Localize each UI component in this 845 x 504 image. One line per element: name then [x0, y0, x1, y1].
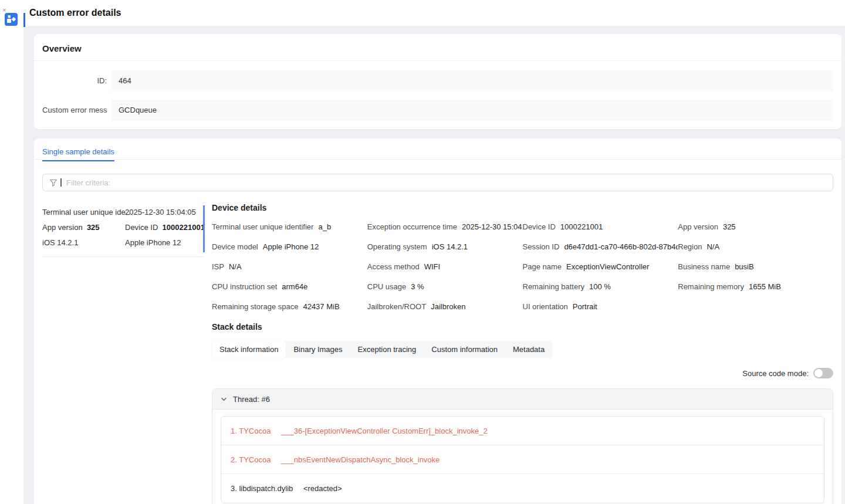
- device-cell: Remaining battery100 %: [523, 282, 678, 302]
- thread-panel: Thread: #6 1. TYCocoa ___36-[ExceptionVi…: [212, 388, 833, 504]
- value: ExceptionViewController: [566, 262, 649, 271]
- filter-input[interactable]: [66, 174, 828, 191]
- sample-item-time: 2025-12-30 15:04:05: [125, 208, 196, 217]
- widget-close-icon[interactable]: ×: [2, 7, 6, 13]
- device-cell: ISPN/A: [212, 262, 367, 282]
- value: arm64e: [282, 282, 307, 291]
- label: Session ID: [523, 242, 560, 251]
- frame-symbol: ___nbsEventNewDispatchAsync_block_invoke: [281, 455, 440, 464]
- value: N/A: [707, 242, 719, 251]
- label: Region: [678, 242, 702, 251]
- device-cell: Business namebusiB: [678, 262, 833, 282]
- device-row: ISPN/A Access methodWIFI Page nameExcept…: [212, 262, 833, 282]
- filter-box: [42, 174, 833, 191]
- label: Exception occurrence time: [367, 222, 457, 231]
- tab-metadata[interactable]: Metadata: [505, 341, 552, 358]
- device-row: Device modelApple iPhone 12 Operating sy…: [212, 242, 833, 262]
- device-cell: Remaining memory1655 MiB: [678, 282, 833, 302]
- overview-card: Overview ID: 464 Custom error mess… GCDq…: [34, 34, 841, 129]
- device-row: Terminal user unique identifiera_b Excep…: [212, 222, 833, 242]
- tab-custom-information[interactable]: Custom information: [424, 341, 505, 358]
- stack-frame: 3. libdispatch.dylib <redacted>: [221, 474, 824, 503]
- sample-item-model: Apple iPhone 12: [125, 238, 181, 247]
- tab-stack-information[interactable]: Stack information: [212, 341, 286, 358]
- value: 1655 MiB: [749, 282, 781, 291]
- tab-single-sample-details[interactable]: Single sample details: [42, 147, 114, 161]
- tab-binary-images[interactable]: Binary Images: [286, 341, 350, 358]
- device-cell: Exception occurrence time2025-12-30 15:0…: [367, 222, 523, 242]
- frame-number: 2.: [231, 455, 237, 464]
- label: Operating system: [367, 242, 427, 251]
- field-label: Custom error mess…: [42, 100, 107, 121]
- device-cell-empty: [678, 302, 833, 322]
- sample-item-device-id: Device ID 1000221001: [125, 223, 205, 232]
- stack-details-title: Stack details: [212, 322, 262, 332]
- sample-item-app-version: App version 325: [42, 223, 100, 232]
- label: App version: [678, 222, 718, 231]
- label: Access method: [367, 262, 420, 271]
- label: UI orientation: [523, 302, 568, 311]
- value: 1000221001: [163, 223, 205, 232]
- label: CPU instruction set: [212, 282, 277, 291]
- thread-body: 1. TYCocoa ___36-[ExceptionViewControlle…: [212, 410, 833, 504]
- label: Remaining battery: [523, 282, 585, 291]
- field-label: ID:: [42, 70, 107, 92]
- frame-module: libdispatch.dylib: [239, 484, 293, 493]
- value: a_b: [318, 222, 331, 231]
- device-cell: Operating systemiOS 14.2.1: [367, 242, 523, 262]
- tab-exception-tracing[interactable]: Exception tracing: [350, 341, 424, 358]
- value: d6e47dd1-ca70-466b-802d-87b4de…: [564, 242, 678, 251]
- device-cell: Terminal user unique identifiera_b: [212, 222, 367, 242]
- selected-indicator: [203, 205, 205, 252]
- frame-number: 1.: [231, 427, 237, 435]
- label: CPU usage: [367, 282, 406, 291]
- source-code-mode-label: Source code mode:: [742, 369, 809, 378]
- value: 3 %: [411, 282, 424, 291]
- device-cell: Remaining storage space42437 MiB: [212, 302, 367, 322]
- dashboard-icon: [5, 13, 18, 26]
- filter-funnel-icon: [49, 179, 58, 187]
- value: 325: [87, 223, 100, 232]
- frame-symbol: ___36-[ExceptionViewController CustomErr…: [281, 427, 488, 435]
- device-cell: App version325: [678, 222, 833, 242]
- label: ISP: [212, 262, 224, 271]
- value: 100 %: [589, 282, 611, 291]
- widget-launcher-icon[interactable]: [5, 13, 18, 26]
- value: Jailbroken: [431, 302, 465, 311]
- overview-title: Overview: [42, 43, 82, 53]
- label: Business name: [678, 262, 730, 271]
- sample-list-item[interactable]: Terminal user unique ide… 2025-12-30 15:…: [42, 204, 204, 253]
- thread-title: Thread: #6: [233, 395, 270, 404]
- device-cell: RegionN/A: [678, 242, 833, 262]
- value: 42437 MiB: [303, 302, 339, 311]
- frame-symbol: <redacted>: [303, 484, 342, 493]
- value: Portrait: [573, 302, 597, 311]
- value: N/A: [229, 262, 242, 271]
- device-cell: Access methodWIFI: [367, 262, 523, 282]
- divider: [42, 256, 204, 257]
- label: Remaining memory: [678, 282, 744, 291]
- label: Device ID: [523, 222, 556, 231]
- stack-tabs: Stack information Binary Images Exceptio…: [212, 341, 552, 358]
- device-cell: Device ID1000221001: [523, 222, 678, 242]
- chevron-down-icon: [221, 396, 227, 402]
- value: 1000221001: [560, 222, 603, 231]
- value: iOS 14.2.1: [432, 242, 468, 251]
- source-code-mode-toggle[interactable]: [813, 368, 833, 378]
- sample-tab-bar: Single sample details: [34, 138, 841, 160]
- value: busiB: [735, 262, 754, 271]
- thread-header[interactable]: Thread: #6: [212, 389, 833, 410]
- overview-field-id: ID: 464: [34, 70, 841, 92]
- device-cell: CPU usage3 %: [367, 282, 523, 302]
- label: Jailbroken/ROOT: [367, 302, 426, 311]
- sample-list: Terminal user unique ide… 2025-12-30 15:…: [42, 204, 204, 253]
- title-accent-bar: [23, 13, 25, 27]
- overview-field-message: Custom error mess… GCDqueue: [34, 100, 841, 121]
- sample-details-card: Single sample details Terminal user uniq…: [34, 138, 841, 504]
- frame-number: 3.: [231, 484, 237, 493]
- device-row: Remaining storage space42437 MiB Jailbro…: [212, 302, 833, 322]
- device-cell: CPU instruction setarm64e: [212, 282, 367, 302]
- frame-module: TYCocoa: [239, 427, 271, 435]
- label: Remaining storage space: [212, 302, 298, 311]
- device-cell: Session IDd6e47dd1-ca70-466b-802d-87b4de…: [523, 242, 678, 262]
